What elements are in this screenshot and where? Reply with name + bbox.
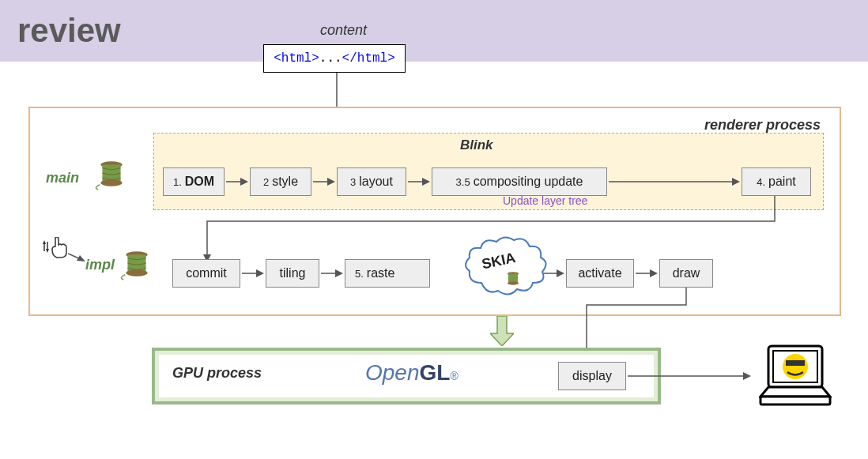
svg-rect-39 <box>786 360 805 366</box>
html-content-box: <html> ... </html> <box>263 44 406 73</box>
svg-marker-15 <box>46 249 49 253</box>
stage-compositing-update: 3.5compositing update <box>432 167 607 196</box>
stage-layout: 3layout <box>337 167 406 196</box>
page-title: review <box>17 12 121 50</box>
svg-point-20 <box>126 269 147 276</box>
svg-rect-40 <box>760 397 830 404</box>
stage-draw: draw <box>659 259 713 288</box>
stage-activate: activate <box>566 259 634 288</box>
html-close-tag: </html> <box>342 51 395 66</box>
header-band: review <box>0 0 868 62</box>
content-label: content <box>320 22 367 39</box>
renderer-process-label: renderer process <box>704 117 821 134</box>
stage-style: 2style <box>250 167 311 196</box>
skia-cloud-icon: SKIA <box>462 235 549 307</box>
gpu-process-label: GPU process <box>172 365 262 382</box>
html-dots: ... <box>319 51 342 66</box>
stage-dom: 1.DOM <box>163 167 225 196</box>
stage-tiling: tiling <box>266 259 319 288</box>
blink-label: Blink <box>460 137 493 153</box>
svg-point-4 <box>100 179 122 186</box>
svg-marker-35 <box>743 372 751 380</box>
stage-commit: commit <box>172 259 240 288</box>
svg-point-32 <box>508 281 519 284</box>
stage-paint: 4.paint <box>742 167 811 196</box>
svg-marker-14 <box>43 240 46 244</box>
touch-gesture-icon <box>41 237 73 261</box>
main-thread-label: main <box>46 170 79 186</box>
laptop-icon <box>759 344 832 409</box>
impl-thread-label: impl <box>85 257 115 273</box>
update-layer-tree-note: Update layer tree <box>503 194 587 207</box>
thread-spool-icon <box>95 158 128 191</box>
opengl-logo: OpenGL® <box>365 360 459 386</box>
stage-display: display <box>558 362 626 390</box>
thread-spool-icon <box>120 248 153 281</box>
big-arrow-to-gpu-icon <box>490 316 514 346</box>
stage-raster: 5.raste <box>345 259 430 288</box>
html-open-tag: <html> <box>274 51 319 66</box>
